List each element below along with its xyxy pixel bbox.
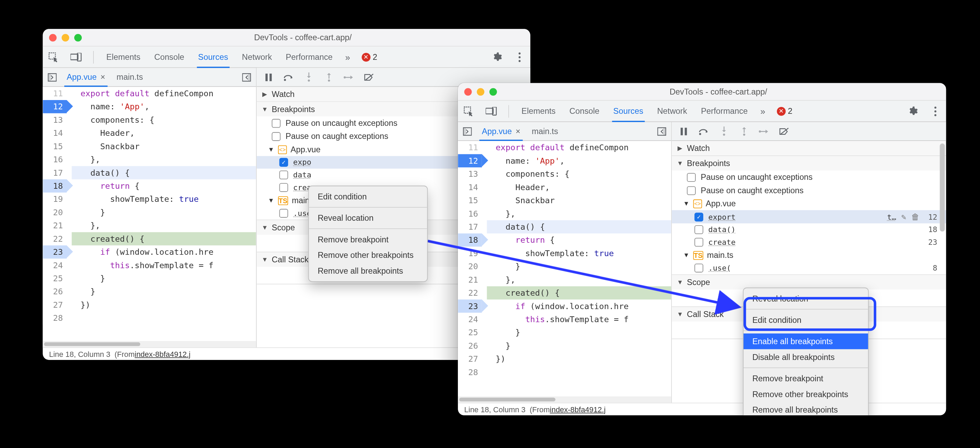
code-line[interactable]: }, [80,219,256,232]
navigator-toggle-icon[interactable] [46,72,58,83]
menu-item-enable-all-breakpoints[interactable]: Enable all breakpoints [743,333,868,349]
error-badge[interactable]: ✕2 [361,52,377,62]
maximize-window-icon[interactable] [490,88,497,95]
code-line[interactable]: data() { [487,220,671,233]
menu-item-remove-breakpoint[interactable]: Remove breakpoint [743,371,868,386]
code-line[interactable]: export default defineCompon [80,87,256,100]
tab-performance[interactable]: Performance [700,101,749,121]
line-number[interactable]: 26 [458,339,482,352]
more-tabs-icon[interactable]: » [345,52,350,62]
pause-uncaught-row[interactable]: Pause on uncaught exceptions [672,171,946,183]
line-number[interactable]: 15 [43,140,67,153]
code-editor[interactable]: 111213141516171819202122232425262728 exp… [43,87,256,348]
code-line[interactable]: return { [80,180,256,193]
error-badge[interactable]: ✕2 [776,106,792,116]
menu-item-remove-all-breakpoints[interactable]: Remove all breakpoints [743,402,868,415]
checkbox-icon[interactable] [280,158,288,167]
line-number[interactable]: 26 [43,285,67,298]
checkbox-icon[interactable] [694,212,703,222]
line-number[interactable]: 19 [43,193,67,206]
line-number[interactable]: 16 [458,207,482,220]
menu-item-remove-other-breakpoints[interactable]: Remove other breakpoints [743,386,868,402]
line-number[interactable]: 15 [458,194,482,207]
inspect-icon[interactable] [48,51,59,62]
line-number[interactable]: 28 [458,365,482,379]
line-number[interactable]: 12 [458,154,482,167]
settings-icon[interactable] [907,105,918,117]
code-line[interactable]: components: { [496,167,671,180]
navigator-toggle-icon[interactable] [461,126,473,137]
line-number[interactable]: 25 [458,326,482,339]
step-out-icon[interactable] [738,126,750,137]
checkbox-icon[interactable] [694,225,703,234]
inspect-icon[interactable] [463,105,474,117]
file-tab-appvue[interactable]: App.vue× [479,123,523,140]
more-menu-icon[interactable] [930,105,941,117]
close-window-icon[interactable] [465,88,472,95]
line-number[interactable]: 25 [43,272,67,285]
line-number[interactable]: 13 [43,113,67,126]
tab-elements[interactable]: Elements [520,101,557,121]
minimize-window-icon[interactable] [477,88,484,95]
line-number[interactable]: 27 [43,298,67,311]
line-number[interactable]: 18 [43,180,67,193]
checkbox-icon[interactable] [272,132,281,140]
code-line[interactable]: name: 'App', [80,100,256,113]
device-toolbar-icon[interactable] [486,105,497,117]
file-tab-maints[interactable]: main.ts [529,122,561,140]
line-number[interactable]: 20 [43,206,67,218]
pause-caught-row[interactable]: Pause on caught exceptions [672,183,946,197]
line-number[interactable]: 21 [43,219,67,232]
code-line[interactable]: }, [80,153,256,166]
code-line[interactable]: if (window.location.hre [80,246,256,258]
line-number[interactable]: 24 [43,258,67,272]
code-line[interactable]: components: { [80,113,256,126]
maximize-window-icon[interactable] [74,34,82,41]
more-menu-icon[interactable] [514,51,525,62]
pause-icon[interactable] [678,126,690,137]
code-line[interactable]: data() { [72,166,256,179]
sourcemap-link[interactable]: index-8bfa4912.j [135,350,191,359]
line-number[interactable]: 14 [43,126,67,140]
tab-console[interactable]: Console [568,101,601,121]
delete-breakpoint-icon[interactable]: 🗑 [911,212,920,222]
file-tab-maints[interactable]: main.ts [114,68,145,86]
step-over-icon[interactable] [698,126,710,137]
vertical-scrollbar[interactable] [939,141,946,403]
tab-elements[interactable]: Elements [105,46,142,67]
step-icon[interactable] [344,72,355,83]
code-line[interactable]: Snackbar [496,194,671,207]
tab-network[interactable]: Network [656,101,689,121]
sourcemap-link[interactable]: index-8bfa4912.j [550,405,606,414]
checkbox-icon[interactable] [280,209,288,218]
close-tab-icon[interactable]: × [100,72,105,81]
code-line[interactable]: showTemplate: true [80,193,256,206]
pause-icon[interactable] [263,72,274,83]
device-toolbar-icon[interactable] [70,51,82,62]
tab-network[interactable]: Network [240,46,273,67]
code-line[interactable]: } [80,272,256,285]
breakpoint-row[interactable]: data()18 [672,223,946,236]
menu-item-reveal-location[interactable]: Reveal location [743,290,868,306]
minimize-window-icon[interactable] [62,34,69,41]
line-number[interactable]: 12 [43,100,67,113]
debugger-toggle-icon[interactable] [241,72,252,83]
step-into-icon[interactable] [718,126,730,137]
code-line[interactable]: } [80,206,256,218]
horizontal-scrollbar[interactable] [43,341,256,347]
deactivate-breakpoints-icon[interactable] [364,72,375,83]
close-window-icon[interactable] [49,34,57,41]
code-line[interactable]: } [496,326,671,339]
line-number[interactable]: 28 [43,311,67,325]
code-line[interactable]: name: 'App', [496,154,671,167]
breakpoint-row[interactable]: export t… ✎ 🗑 12 [672,210,946,223]
tab-performance[interactable]: Performance [285,46,334,67]
line-number[interactable]: 14 [458,180,482,194]
code-line[interactable]: }) [496,352,671,365]
line-number[interactable]: 13 [458,167,482,180]
tab-sources[interactable]: Sources [197,47,230,67]
menu-item-edit-condition[interactable]: Edit condition [743,312,868,328]
line-number[interactable]: 16 [43,153,67,166]
line-number[interactable]: 22 [43,232,67,245]
line-number[interactable]: 23 [43,246,67,258]
